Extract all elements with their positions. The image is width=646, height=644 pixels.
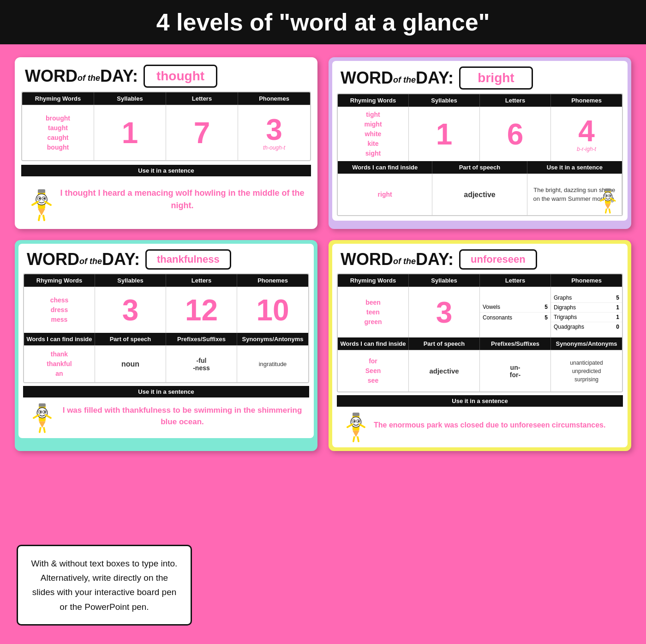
thankfulness-wotd-label: WORDof theDAY: <box>27 250 140 269</box>
thought-letters-val: 7 <box>166 105 238 160</box>
svg-line-46 <box>353 437 354 441</box>
thankfulness-synonyms: ingratitude <box>237 345 308 382</box>
unforeseen-card-header: WORDof theDAY: unforeseen <box>332 244 628 273</box>
unforeseen-grid-header2: Words I can find inside Part of speech P… <box>338 337 622 350</box>
card-thought: WORDof theDAY: thought Rhyming Words Syl… <box>15 57 317 229</box>
thought-rhyming-words: broughttaughtcaughtbought <box>22 105 94 160</box>
thought-grid: Rhyming Words Syllables Letters Phonemes… <box>21 91 311 161</box>
thought-wotd-label: WORDof theDAY: <box>25 66 138 86</box>
page-header: 4 levels of "word at a glance" <box>0 0 646 44</box>
card-bright: WORDof theDAY: bright Rhyming Words Syll… <box>329 57 631 229</box>
thought-word-box: thought <box>144 65 217 88</box>
svg-point-43 <box>358 421 359 422</box>
unforeseen-prefixes: un-for- <box>480 350 551 391</box>
thankfulness-grid-data2: thankthankfulan noun -ful-ness ingratitu… <box>24 345 308 382</box>
unforeseen-wotd-label: WORDof theDAY: <box>341 250 454 269</box>
unforeseen-synonyms: unanticipatedunpredictedsurprising <box>551 350 622 391</box>
svg-line-9 <box>45 202 51 205</box>
bright-card-header: WORDof theDAY: bright <box>332 61 628 93</box>
unforeseen-grid-data2: forSeensee adjective un-for- unanticipat… <box>338 350 622 391</box>
thought-sentence-text: I thought I heard a menacing wolf howlin… <box>58 187 306 212</box>
unforeseen-part-of-speech: adjective <box>409 350 480 391</box>
svg-marker-1 <box>38 209 45 216</box>
svg-point-7 <box>43 198 45 199</box>
page-title: 4 levels of "word at a glance" <box>0 8 646 36</box>
info-box-text: With & without text boxes to type into. … <box>31 559 178 612</box>
thankfulness-inner: WORDof theDAY: thankfulness Rhyming Word… <box>18 244 314 438</box>
thankfulness-grid-header: Rhyming Words Syllables Letters Phonemes <box>24 274 308 287</box>
thankfulness-letters-val: 12 <box>166 287 237 333</box>
thankfulness-grid-header2: Words I can find inside Part of speech P… <box>24 333 308 345</box>
info-box: With & without text boxes to type into. … <box>17 545 192 626</box>
unforeseen-grid-header: Rhyming Words Syllables Letters Phonemes <box>338 274 622 287</box>
unforeseen-mascot <box>341 409 371 444</box>
svg-line-32 <box>34 415 39 418</box>
svg-marker-37 <box>353 431 359 437</box>
thought-sentence-area: I thought I heard a menacing wolf howlin… <box>21 176 311 223</box>
unforeseen-phonemes-cell: Graphs5 Digraphs1 Trigraphs1 Quadgraphs0 <box>551 287 622 337</box>
bright-grid-header2: Words I can find inside Part of speech U… <box>338 161 622 174</box>
svg-line-20 <box>601 199 605 201</box>
svg-point-18 <box>606 195 607 197</box>
svg-line-44 <box>347 424 353 427</box>
thankfulness-phonemes-val: 10 <box>237 287 308 333</box>
svg-line-10 <box>39 216 40 220</box>
svg-line-22 <box>606 209 607 213</box>
svg-point-42 <box>353 421 355 422</box>
bright-words-inside: right <box>338 174 432 215</box>
svg-line-47 <box>358 437 359 441</box>
unforeseen-sentence-area: The enormous park was closed due to unfo… <box>337 407 623 444</box>
card-thankfulness: WORDof theDAY: thankfulness Rhyming Word… <box>15 240 317 451</box>
thought-syllables-val: 1 <box>94 105 166 160</box>
svg-line-45 <box>359 424 365 427</box>
svg-line-34 <box>40 428 41 432</box>
unforeseen-word-box: unforeseen <box>459 249 537 270</box>
thought-mascot <box>25 186 57 223</box>
bright-part-of-speech: adjective <box>432 174 527 215</box>
thankfulness-sentence-text: I was filled with thankfulness to be swi… <box>60 404 305 428</box>
thankfulness-words-inside: thankthankfulan <box>24 345 95 382</box>
bright-col-phonemes: Phonemes <box>551 94 622 107</box>
svg-line-8 <box>32 202 38 205</box>
unforeseen-vowels-row: Vowels 5 <box>480 302 550 313</box>
thought-sentence-bar: Use it in a sentence <box>21 165 311 176</box>
thought-col-syllables: Syllables <box>94 92 166 105</box>
bright-grid: Rhyming Words Syllables Letters Phonemes… <box>337 93 623 216</box>
svg-line-33 <box>46 415 51 418</box>
thankfulness-syllables-val: 3 <box>95 287 166 333</box>
thought-card-header: WORDof theDAY: thought <box>17 59 316 91</box>
main-content: WORDof theDAY: thought Rhyming Words Syl… <box>0 44 646 464</box>
unforeseen-sentence-text: The enormous park was closed due to unfo… <box>374 420 605 431</box>
svg-point-6 <box>39 198 41 199</box>
card-unforeseen: WORDof theDAY: unforeseen Rhyming Words … <box>329 240 631 451</box>
bright-grid-header: Rhyming Words Syllables Letters Phonemes <box>338 94 622 107</box>
svg-rect-14 <box>605 188 611 191</box>
svg-point-19 <box>609 195 610 197</box>
svg-point-31 <box>44 411 46 413</box>
thankfulness-word-box: thankfulness <box>145 249 231 270</box>
bright-col-letters: Letters <box>480 94 551 107</box>
thankfulness-rhyming-words: chessdressmess <box>24 287 95 333</box>
unforeseen-inner: WORDof theDAY: unforeseen Rhyming Words … <box>332 244 628 447</box>
svg-line-35 <box>44 428 45 432</box>
thought-col-phonemes: Phonemes <box>238 92 310 105</box>
unforeseen-grid: Rhyming Words Syllables Letters Phonemes… <box>337 273 623 392</box>
thought-grid-data: broughttaughtcaughtbought 1 7 3 th-ough-… <box>22 105 310 160</box>
bright-col-syllables: Syllables <box>409 94 480 107</box>
thankfulness-grid-data: chessdressmess 3 12 10 <box>24 287 308 333</box>
thankfulness-prefixes: -ful-ness <box>166 345 237 382</box>
svg-marker-13 <box>605 204 611 209</box>
bright-mascot <box>595 185 620 215</box>
bright-col-rhyme: Rhyming Words <box>338 94 409 107</box>
svg-line-21 <box>611 199 615 201</box>
unforeseen-syllables-val: 3 <box>409 287 480 337</box>
thankfulness-mascot <box>27 400 57 434</box>
thought-col-letters: Letters <box>166 92 238 105</box>
bright-rhyming-words: tightmightwhitekitesight <box>338 107 409 161</box>
bright-wotd-label: WORDof theDAY: <box>341 68 454 88</box>
thought-grid-header: Rhyming Words Syllables Letters Phonemes <box>22 92 310 105</box>
bright-grid-data2: right adjective The bright, dazzling sun… <box>338 174 622 215</box>
bright-syllables-val: 1 <box>409 107 480 161</box>
thought-col-rhyme: Rhyming Words <box>22 92 94 105</box>
unforeseen-consonants-row: Consonants 5 <box>480 313 550 323</box>
